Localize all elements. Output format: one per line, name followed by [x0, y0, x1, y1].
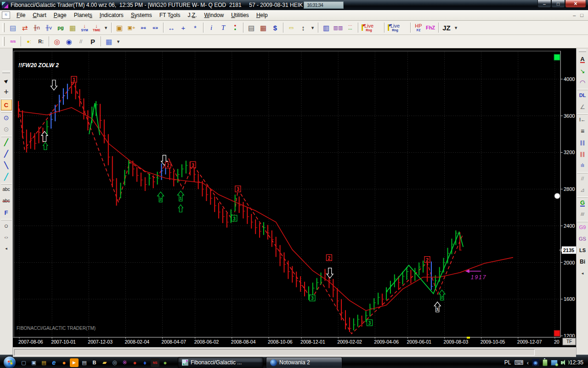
text-abc-tool[interactable]: abc [1, 184, 12, 195]
palette-handle[interactable] [2, 71, 10, 73]
compress-scale-button[interactable]: »« [137, 22, 149, 34]
chart-svg[interactable]: 12213333232121917!!FW20 ZOLW 2FIBONACCI/… [13, 48, 576, 345]
vlines-red-tool[interactable]: ∥∥ [577, 149, 588, 160]
calendar-button[interactable]: ▦ [257, 22, 269, 34]
file-dropdown[interactable]: ▾ [102, 22, 109, 34]
menu-jz[interactable]: J.Z. [184, 11, 200, 19]
jz-button[interactable]: JZ [441, 22, 452, 34]
minibars-tool[interactable]: ılı [577, 160, 588, 171]
print-button[interactable]: ▤ [245, 22, 257, 34]
zoom-window-tool[interactable]: ⊙ [1, 112, 12, 123]
power-icon[interactable] [543, 359, 548, 366]
marker-cyan-tool[interactable]: ╱ [1, 171, 12, 182]
menu-fttools[interactable]: FT Tools [156, 11, 184, 19]
network-icon[interactable] [551, 360, 558, 366]
vlines-blue-tool[interactable]: ∥∥ [577, 137, 588, 148]
target-rings-button[interactable]: ◎ [51, 35, 63, 47]
minimize-button[interactable]: – [537, 0, 551, 8]
tray-expand-chevron[interactable]: ‹ [527, 359, 529, 366]
astro-dropdown[interactable]: ▾ [115, 35, 122, 47]
bars-n-button[interactable]: ╫n [31, 22, 43, 34]
trend-a-tool[interactable]: A [577, 54, 588, 65]
graphics-app-icon[interactable]: ※ [120, 358, 129, 367]
crosshair-tool[interactable]: + [1, 86, 12, 98]
angle-tool[interactable]: ∠ [577, 101, 588, 112]
pen-blue-tool[interactable]: ╱ [1, 148, 12, 159]
notepad-icon[interactable]: ▤ [80, 358, 89, 367]
ruler-button[interactable]: ▭ [285, 22, 297, 34]
bars-v-button[interactable]: ╫v [43, 22, 55, 34]
toolbar-grip[interactable] [2, 37, 5, 46]
wedge-tool[interactable]: ⊿ [577, 184, 588, 196]
bi-tool[interactable]: Bi [577, 256, 588, 267]
keyboard-icon[interactable]: ⌨ [514, 359, 523, 366]
right-palette-scroll[interactable]: ◂ [577, 268, 588, 279]
start-button[interactable] [4, 356, 16, 368]
window-grid-button[interactable]: ▦ [67, 22, 79, 34]
menu-window[interactable]: Window [201, 11, 228, 19]
dotted-levels-button[interactable]: ⋯⋯ [344, 22, 356, 34]
zoom-out-tool[interactable]: ⊙ [1, 124, 12, 135]
chart-top-handle[interactable] [554, 54, 560, 60]
time-step-button[interactable]: ↓TIME [90, 22, 102, 34]
pane-single-button[interactable]: ▥ [320, 22, 332, 34]
menu-systems[interactable]: Systems [127, 11, 156, 19]
planet-circle-button[interactable]: ◉ [63, 35, 75, 47]
menu-help[interactable]: Help [253, 11, 271, 19]
task-fibonacci-galactic[interactable]: Fibonacci/Galactic ... [178, 357, 263, 368]
left-palette-scroll[interactable]: ◂ [1, 243, 12, 254]
g9-tool[interactable]: G9 [577, 222, 588, 233]
traffic-light-button[interactable]: ●● [229, 22, 241, 34]
language-indicator[interactable]: PL [504, 359, 511, 366]
magnet-tool[interactable]: C [1, 99, 12, 110]
hlines-tool[interactable]: ≡ [577, 126, 588, 137]
task-notowania[interactable]: Notowania 2 [266, 357, 342, 368]
hilo-pointer-button[interactable]: ↕ [297, 22, 309, 34]
fit-width-button[interactable]: ↔ [165, 22, 177, 34]
symbol-step-button[interactable]: ↓SYM [79, 22, 90, 34]
fibonacci-tool[interactable]: F [1, 207, 12, 218]
new-chart-button[interactable]: ▤ [7, 22, 19, 34]
close-button[interactable]: × [565, 0, 586, 8]
ls-tool[interactable]: LS [577, 245, 588, 256]
pane-multi-button[interactable]: ▥▥ [332, 22, 344, 34]
bat-app-icon[interactable]: B [90, 358, 99, 367]
planet-dots-button[interactable]: ●: [23, 35, 35, 47]
tray-app-icon[interactable]: ◉ [532, 359, 539, 366]
dl-tool[interactable]: DL [577, 90, 588, 101]
toolbar-grip[interactable] [2, 23, 5, 32]
red-orb-app-icon[interactable]: ● [130, 358, 139, 367]
fhz-button[interactable]: FhZ [424, 22, 436, 34]
arc-tool[interactable]: ◠ [577, 77, 588, 88]
circle-tool[interactable]: ○ [1, 220, 12, 231]
retrograde-button[interactable]: R: [35, 35, 47, 47]
dollar-button[interactable]: $ [269, 22, 281, 34]
gann-tool[interactable]: G [577, 197, 588, 208]
maximize-button[interactable]: □ [551, 0, 565, 8]
planet-p-button[interactable]: P [87, 35, 99, 47]
cascade-windows-button[interactable]: ▣ [113, 22, 125, 34]
parallel-tool[interactable]: // [577, 173, 588, 184]
chart-bottom-handle[interactable] [554, 330, 560, 336]
page-button[interactable]: pg [55, 22, 67, 34]
browser-orb-icon[interactable]: ● [161, 358, 170, 367]
bird-app-icon[interactable]: ♦ [141, 358, 149, 367]
tools-dropdown[interactable]: ▾ [309, 22, 316, 34]
menu-planets[interactable]: Planets [70, 11, 96, 19]
gs-tool[interactable]: GS [577, 233, 588, 244]
chart-window-icon[interactable]: ≈ [2, 12, 10, 19]
mdi-minimize-button[interactable]: – [573, 12, 576, 18]
info-pointer-button[interactable]: i [205, 22, 217, 34]
slope-lines-button[interactable]: // [75, 35, 87, 47]
fan-tool[interactable]: /// [577, 209, 588, 220]
tile-add-button[interactable]: ▣+ [125, 22, 137, 34]
live-range-red-button[interactable]: LiveRng [360, 22, 382, 34]
text-tool-button[interactable]: T [217, 22, 229, 34]
center-cursor-button[interactable]: + [177, 22, 189, 34]
live-range-blue-button[interactable]: LiveRng [386, 22, 408, 34]
ns-app-icon[interactable]: NS [151, 358, 159, 367]
folder-icon[interactable]: ▰ [100, 358, 109, 367]
menu-chart[interactable]: Chart [29, 11, 50, 19]
expand-scale-button[interactable]: «» [149, 22, 161, 34]
chart-mid-handle[interactable] [554, 193, 560, 199]
